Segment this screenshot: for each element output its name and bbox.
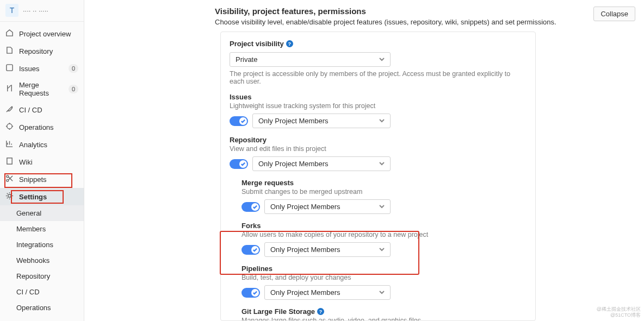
sidebar-item-label: Analytics — [19, 141, 47, 149]
sidebar-item-label: Settings — [19, 193, 47, 201]
merge-title: Merge requests — [242, 179, 527, 187]
book-icon — [5, 157, 14, 167]
repository-select[interactable]: Only Project Members — [252, 156, 391, 171]
scissors-icon — [5, 174, 14, 184]
repository-desc: View and edit files in this project — [230, 145, 527, 153]
sidebar-item-ci-cd[interactable]: CI / CD — [0, 101, 84, 118]
collapse-button[interactable]: Collapse — [593, 7, 635, 21]
issues-icon — [5, 64, 14, 73]
settings-sublist: General Members Integrations Webhooks Re… — [0, 205, 84, 321]
forks-select[interactable]: Only Project Members — [264, 242, 391, 257]
pipelines-desc: Build, test, and deploy your changes — [242, 274, 527, 281]
feature-pipelines: Pipelines Build, test, and deploy your c… — [242, 265, 527, 300]
chart-icon — [5, 140, 14, 149]
sidebar-item-settings[interactable]: Settings — [0, 188, 84, 205]
toggle-knob — [239, 160, 247, 168]
chevron-down-icon — [379, 203, 385, 211]
chevron-down-icon — [379, 246, 385, 254]
pipelines-select[interactable]: Only Project Members — [264, 285, 391, 300]
sidebar-item-project-overview[interactable]: Project overview — [0, 25, 84, 42]
sidebar-item-label: Snippets — [19, 175, 47, 184]
sub-item-pages[interactable]: Pages — [0, 316, 84, 321]
sub-item-webhooks[interactable]: Webhooks — [0, 253, 84, 268]
doc-icon — [5, 46, 14, 56]
sub-item-operations[interactable]: Operations — [0, 300, 84, 316]
settings-panel: Project visibility ? Private The project… — [220, 32, 536, 321]
sidebar-header: T ···· ·· ····· — [0, 4, 84, 22]
svg-point-4 — [7, 179, 9, 181]
chevron-down-icon — [379, 160, 385, 168]
help-icon[interactable]: ? — [317, 308, 324, 315]
merge-select[interactable]: Only Project Members — [264, 199, 391, 214]
nav-list: Project overview Repository Issues 0 Mer… — [0, 22, 84, 205]
visibility-desc: The project is accessible only by member… — [230, 70, 527, 85]
section-desc: Choose visibility level, enable/disable … — [215, 18, 593, 26]
sub-item-general[interactable]: General — [0, 205, 84, 221]
svg-rect-2 — [7, 158, 12, 164]
forks-desc: Allow users to make copies of your repos… — [242, 231, 527, 238]
issues-toggle[interactable] — [230, 116, 248, 126]
sidebar-item-merge-requests[interactable]: Merge Requests 0 — [0, 77, 84, 101]
visibility-select[interactable]: Private — [230, 52, 391, 67]
visibility-label: Project visibility ? — [230, 40, 527, 48]
section-title: Visibility, project features, permission… — [215, 7, 593, 16]
repository-select-value: Only Project Members — [258, 160, 329, 168]
repository-toggle[interactable] — [230, 159, 248, 169]
project-name: ···· ·· ····· — [23, 7, 48, 15]
svg-point-3 — [7, 175, 9, 178]
sidebar-item-issues[interactable]: Issues 0 — [0, 60, 84, 77]
issues-select-value: Only Project Members — [258, 117, 329, 125]
pipelines-toggle[interactable] — [242, 288, 260, 298]
svg-point-5 — [8, 194, 11, 198]
visibility-value: Private — [236, 55, 257, 64]
pipelines-title: Pipelines — [242, 265, 527, 273]
sidebar: T ···· ·· ····· Project overview Reposit… — [0, 0, 84, 321]
chevron-down-icon — [379, 117, 385, 125]
sidebar-item-wiki[interactable]: Wiki — [0, 153, 84, 171]
toggle-knob — [239, 117, 247, 125]
feature-issues: Issues Lightweight issue tracking system… — [230, 93, 527, 128]
cloud-icon — [5, 122, 14, 132]
issues-desc: Lightweight issue tracking system for th… — [230, 102, 527, 110]
svg-point-1 — [7, 124, 12, 129]
sidebar-item-operations[interactable]: Operations — [0, 118, 84, 136]
gear-icon — [5, 192, 14, 202]
sidebar-item-analytics[interactable]: Analytics — [0, 136, 84, 153]
lfs-title: Git Large File Storage ? — [242, 307, 527, 316]
project-avatar[interactable]: T — [5, 4, 18, 17]
sidebar-item-snippets[interactable]: Snippets — [0, 171, 84, 188]
feature-repository: Repository View and edit files in this p… — [230, 136, 527, 321]
merge-count-badge: 0 — [69, 85, 78, 93]
feature-forks: Forks Allow users to make copies of your… — [242, 222, 527, 257]
lfs-desc: Manages large files such as audio, video… — [242, 317, 527, 321]
sidebar-item-label: Project overview — [19, 30, 71, 38]
merge-toggle[interactable] — [242, 202, 260, 212]
sidebar-item-label: Wiki — [19, 158, 33, 166]
merge-desc: Submit changes to be merged upstream — [242, 188, 527, 196]
sidebar-item-label: Operations — [19, 123, 54, 131]
sub-item-ci-cd[interactable]: CI / CD — [0, 284, 84, 300]
feature-merge-requests: Merge requests Submit changes to be merg… — [242, 179, 527, 214]
feature-lfs: Git Large File Storage ? Manages large f… — [242, 307, 527, 321]
forks-title: Forks — [242, 222, 527, 230]
toggle-knob — [251, 289, 259, 297]
sidebar-item-repository[interactable]: Repository — [0, 42, 84, 60]
sidebar-item-label: Merge Requests — [19, 81, 63, 97]
section-header: Visibility, project features, permission… — [84, 0, 644, 30]
sub-item-repository[interactable]: Repository — [0, 268, 84, 284]
home-icon — [5, 29, 14, 39]
main-content: Visibility, project features, permission… — [84, 0, 644, 321]
sidebar-item-label: Issues — [19, 65, 40, 73]
rocket-icon — [5, 105, 14, 115]
sidebar-item-label: CI / CD — [19, 106, 42, 114]
merge-icon — [5, 84, 14, 94]
merge-select-value: Only Project Members — [270, 203, 340, 211]
help-icon[interactable]: ? — [286, 40, 293, 47]
issues-select[interactable]: Only Project Members — [252, 114, 391, 128]
svg-rect-0 — [7, 65, 13, 71]
sub-item-integrations[interactable]: Integrations — [0, 237, 84, 253]
repository-title: Repository — [230, 136, 527, 144]
sub-item-members[interactable]: Members — [0, 221, 84, 237]
forks-toggle[interactable] — [242, 245, 260, 255]
chevron-down-icon — [379, 55, 385, 64]
